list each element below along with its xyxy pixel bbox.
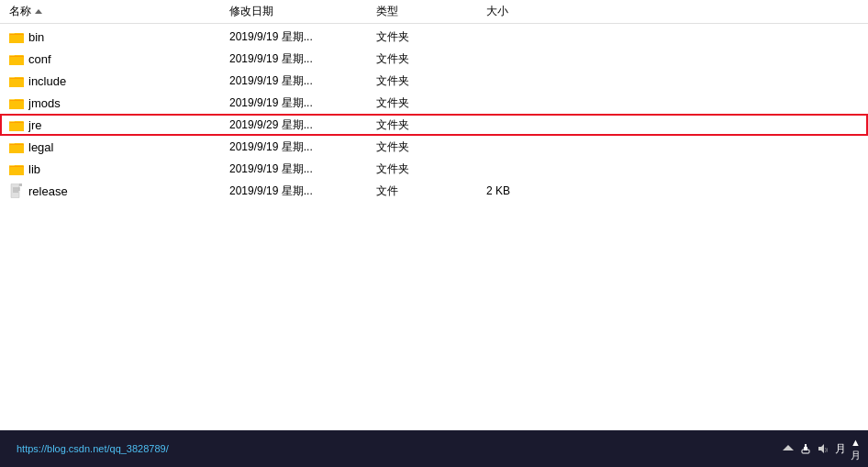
file-date: 2019/9/19 星期... — [229, 29, 376, 45]
file-date: 2019/9/19 星期... — [229, 183, 376, 199]
file-name-label: release — [28, 184, 68, 198]
system-tray: ) ) 月 ▲月 — [781, 436, 861, 462]
svg-text:): ) — [827, 447, 829, 452]
folder-icon — [9, 73, 24, 88]
file-date: 2019/9/19 星期... — [229, 139, 376, 155]
col-size-label: 大小 — [486, 5, 508, 17]
sort-arrow-icon — [35, 9, 42, 14]
col-type-label: 类型 — [376, 5, 398, 17]
file-name-label: conf — [28, 52, 51, 66]
folder-icon — [9, 161, 24, 176]
file-date: 2019/9/29 星期... — [229, 117, 376, 133]
file-type: 文件 — [376, 183, 486, 199]
ime-icon[interactable]: 月 — [833, 441, 848, 456]
svg-rect-23 — [9, 145, 24, 153]
svg-rect-3 — [9, 35, 24, 43]
file-name-cell: lib — [9, 161, 229, 176]
tray-expand-icon[interactable] — [781, 441, 796, 456]
file-date: 2019/9/19 星期... — [229, 161, 376, 177]
svg-rect-30 — [19, 183, 22, 186]
col-header-name[interactable]: 名称 — [9, 4, 229, 19]
file-type: 文件夹 — [376, 29, 486, 45]
svg-rect-11 — [9, 79, 24, 87]
col-header-date[interactable]: 修改日期 — [229, 4, 376, 19]
file-size: 2 KB — [486, 184, 578, 197]
svg-marker-38 — [818, 444, 824, 453]
network-icon — [798, 441, 813, 456]
file-explorer: 名称 修改日期 类型 大小 bin 2019/9/19 星期... 文件夹 — [0, 0, 868, 431]
file-name-cell: conf — [9, 51, 229, 66]
file-date: 2019/9/19 星期... — [229, 95, 376, 111]
clock: ▲月 — [851, 436, 861, 462]
file-type: 文件夹 — [376, 161, 486, 177]
folder-icon — [9, 29, 24, 44]
col-date-label: 修改日期 — [229, 5, 273, 17]
table-row[interactable]: jmods 2019/9/19 星期... 文件夹 — [0, 92, 868, 114]
column-headers: 名称 修改日期 类型 大小 — [0, 0, 868, 24]
volume-icon[interactable]: ) ) — [816, 441, 830, 456]
file-name-cell: jre — [9, 117, 229, 132]
folder-icon — [9, 139, 24, 154]
file-type: 文件夹 — [376, 73, 486, 89]
file-date: 2019/9/19 星期... — [229, 73, 376, 89]
svg-rect-15 — [9, 101, 24, 109]
file-type: 文件夹 — [376, 95, 486, 111]
table-row[interactable]: release 2019/9/19 星期... 文件 2 KB — [0, 180, 868, 202]
file-date: 2019/9/19 星期... — [229, 51, 376, 67]
file-name-cell: release — [9, 183, 229, 198]
file-name-cell: legal — [9, 139, 229, 154]
svg-rect-19 — [9, 123, 24, 131]
file-name-label: jmods — [28, 96, 61, 110]
col-name-label: 名称 — [9, 4, 31, 19]
file-icon — [9, 183, 24, 198]
file-name-cell: jmods — [9, 95, 229, 110]
file-type: 文件夹 — [376, 139, 486, 155]
file-type: 文件夹 — [376, 51, 486, 67]
svg-rect-37 — [805, 444, 807, 448]
file-list: bin 2019/9/19 星期... 文件夹 conf 2019/9/19 星… — [0, 24, 868, 204]
svg-rect-27 — [9, 167, 24, 175]
table-row[interactable]: conf 2019/9/19 星期... 文件夹 — [0, 48, 868, 70]
file-name-label: jre — [28, 118, 41, 132]
file-type: 文件夹 — [376, 117, 486, 133]
folder-icon — [9, 51, 24, 66]
file-name-label: lib — [28, 162, 40, 176]
col-header-size[interactable]: 大小 — [486, 4, 578, 19]
table-row[interactable]: include 2019/9/19 星期... 文件夹 — [0, 70, 868, 92]
taskbar-url: https://blog.csdn.net/qq_3828789/ — [7, 443, 169, 454]
file-name-label: include — [28, 74, 66, 88]
svg-marker-34 — [783, 445, 794, 450]
taskbar: https://blog.csdn.net/qq_3828789/ ) ) 月 … — [0, 430, 868, 467]
file-name-label: bin — [28, 30, 44, 44]
svg-rect-7 — [9, 57, 24, 65]
file-name-label: legal — [28, 140, 53, 154]
file-name-cell: bin — [9, 29, 229, 44]
table-row[interactable]: lib 2019/9/19 星期... 文件夹 — [0, 158, 868, 180]
table-row[interactable]: bin 2019/9/19 星期... 文件夹 — [0, 26, 868, 48]
col-header-type[interactable]: 类型 — [376, 4, 486, 19]
folder-icon — [9, 117, 24, 132]
file-name-cell: include — [9, 73, 229, 88]
svg-rect-28 — [11, 183, 19, 198]
folder-icon — [9, 95, 24, 110]
table-row[interactable]: legal 2019/9/19 星期... 文件夹 — [0, 136, 868, 158]
table-row[interactable]: jre 2019/9/29 星期... 文件夹 — [0, 114, 868, 136]
